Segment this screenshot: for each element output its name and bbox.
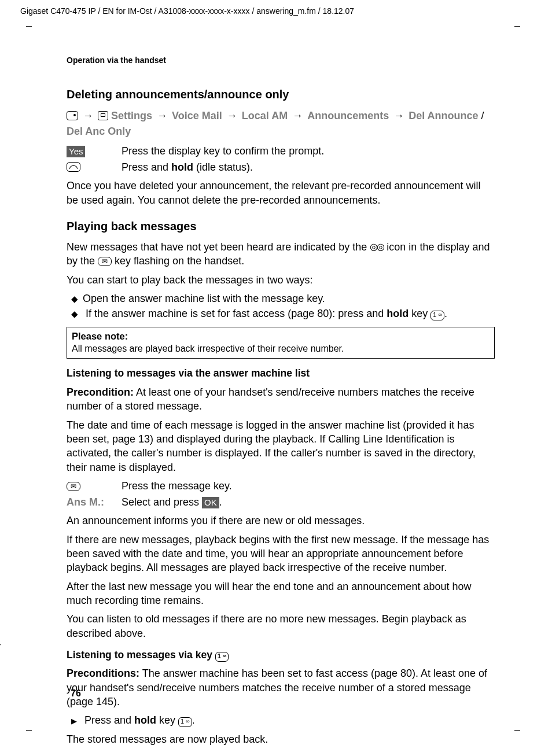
nav-path: → Settings → Voice Mail → Local AM → Ann…	[67, 108, 495, 139]
precondition-1: Precondition: At least one of your hands…	[67, 385, 495, 414]
nav-delannounce: Del Announce	[409, 110, 478, 121]
section-title-playing: Playing back messages	[67, 219, 495, 234]
sec2-p5: If there are new messages, playback begi…	[67, 533, 495, 575]
nav-localam: Local AM	[242, 110, 288, 121]
sec2-p4: An announcement informs you if there are…	[67, 514, 495, 528]
key-1-icon-3	[178, 717, 192, 727]
row-msgkey: ✉ Press the message key.	[67, 479, 495, 493]
crop-mark-br	[514, 730, 520, 731]
step-list: Press and hold key .	[67, 713, 495, 727]
hangup-instruction: Press and hold (idle status).	[122, 160, 495, 174]
key-1-icon	[430, 311, 444, 320]
version-footer: Version 2.1, 08.01.2007	[0, 588, 3, 698]
message-key-icon-2: ✉	[67, 482, 80, 491]
crop-mark-tl	[26, 26, 32, 27]
subhead-list: Listening to messages via the answer mac…	[67, 367, 495, 381]
sec1-note: Once you have deleted your announcement,…	[67, 179, 495, 207]
nav-delanconly: Del Anc Only	[67, 126, 131, 137]
ok-softkey: OK	[202, 497, 219, 508]
page-number: 76	[71, 687, 81, 700]
settings-icon	[98, 111, 108, 120]
way-2: If the answer machine is set for fast ac…	[71, 307, 495, 320]
note-body: All messages are played back irrespectiv…	[72, 342, 490, 355]
crop-mark-tr	[514, 26, 520, 27]
ways-list: Open the answer machine list with the me…	[67, 292, 495, 321]
ansm-instruction: Select and press OK.	[122, 495, 495, 509]
sec2-p1: New messages that have not yet been hear…	[67, 240, 495, 268]
yes-softkey: Yes	[67, 146, 85, 157]
note-title: Please note:	[72, 330, 490, 342]
section-title-deleting: Deleting announcements/announce only	[67, 87, 495, 102]
sec2-p8: The stored messages are now played back.	[67, 732, 495, 746]
row-hangup: Press and hold (idle status).	[67, 160, 495, 174]
yes-instruction: Press the display key to confirm the pro…	[122, 144, 495, 158]
row-ansm: Ans M.: Select and press OK.	[67, 495, 495, 509]
sec2-p3: The date and time of each message is log…	[67, 418, 495, 474]
msgkey-instruction: Press the message key.	[122, 479, 495, 493]
new-msg-icon: ◎◎	[370, 242, 384, 252]
nav-announcements: Announcements	[307, 110, 389, 121]
step-hold-key1: Press and hold key .	[71, 713, 495, 727]
sec2-p7: You can listen to old messages if there …	[67, 612, 495, 640]
nav-key-icon	[67, 111, 78, 120]
sec2-p6: After the last new message you will hear…	[67, 580, 495, 608]
ansm-label: Ans M.:	[67, 496, 104, 508]
way-1: Open the answer machine list with the me…	[71, 292, 495, 305]
sec2-p2: You can start to play back the messages …	[67, 273, 495, 287]
crop-mark-bl	[26, 730, 32, 731]
page-content: Operation via the handset Deleting annou…	[67, 55, 495, 751]
running-head: Operation via the handset	[67, 55, 495, 66]
key-1-icon-2	[215, 652, 229, 662]
doc-header: Gigaset C470-475 IP / EN for IM-Ost / A3…	[20, 6, 532, 17]
precondition-2: Preconditions: The answer machine has be…	[67, 666, 495, 709]
nav-settings: Settings	[111, 110, 152, 121]
subhead-key1: Listening to messages via key	[67, 648, 495, 662]
note-box: Please note: All messages are played bac…	[67, 327, 495, 359]
nav-voicemail: Voice Mail	[172, 110, 222, 121]
message-key-icon: ✉	[98, 257, 112, 266]
row-yes: Yes Press the display key to confirm the…	[67, 144, 495, 158]
hangup-key-icon	[67, 162, 80, 172]
